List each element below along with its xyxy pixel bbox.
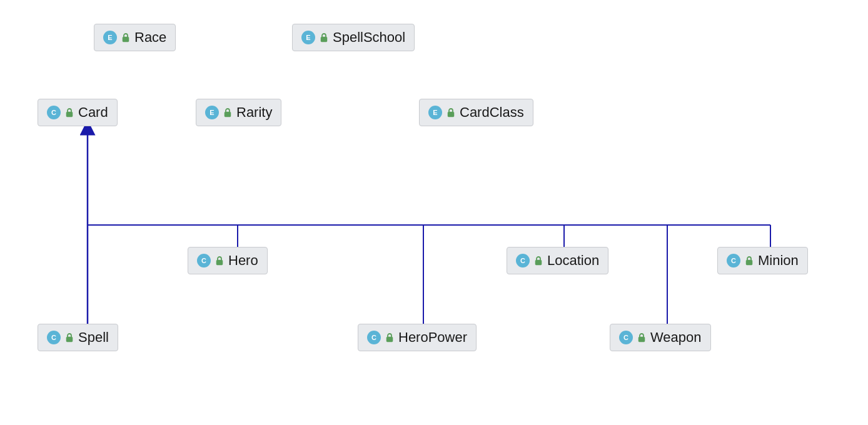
badge-location: C (516, 254, 530, 268)
badge-hero: C (197, 254, 211, 268)
node-weapon-label: Weapon (650, 329, 702, 346)
svg-rect-12 (225, 112, 231, 117)
svg-rect-19 (638, 337, 645, 342)
lock-icon-card (64, 108, 74, 118)
lock-icon-minion (744, 256, 754, 266)
lock-icon-location (533, 256, 543, 266)
svg-rect-17 (66, 337, 73, 342)
node-location-label: Location (547, 252, 599, 269)
svg-rect-9 (123, 37, 129, 42)
node-location[interactable]: C Location (507, 247, 608, 274)
node-card[interactable]: C Card (38, 99, 118, 126)
svg-rect-11 (66, 112, 73, 117)
node-hero[interactable]: C Hero (188, 247, 268, 274)
lock-icon-cardclass (446, 108, 456, 118)
node-minion-label: Minion (758, 252, 799, 269)
node-race[interactable]: E Race (94, 24, 176, 51)
badge-spell: C (47, 331, 61, 344)
node-spell-label: Spell (78, 329, 109, 346)
badge-rarity: E (205, 106, 219, 119)
node-weapon[interactable]: C Weapon (610, 324, 711, 351)
badge-spellschool: E (301, 31, 315, 44)
svg-rect-16 (746, 260, 752, 265)
badge-card: C (47, 106, 61, 119)
lock-icon-heropower (385, 332, 395, 342)
node-rarity-label: Rarity (236, 104, 272, 121)
node-cardclass[interactable]: E CardClass (419, 99, 533, 126)
svg-rect-15 (535, 260, 542, 265)
node-rarity[interactable]: E Rarity (196, 99, 281, 126)
lock-icon-rarity (223, 108, 233, 118)
node-race-label: Race (134, 29, 166, 46)
node-heropower[interactable]: C HeroPower (358, 324, 477, 351)
node-minion[interactable]: C Minion (717, 247, 808, 274)
svg-rect-18 (386, 337, 393, 342)
node-heropower-label: HeroPower (398, 329, 467, 346)
badge-heropower: C (367, 331, 381, 344)
svg-rect-10 (321, 37, 327, 42)
node-hero-label: Hero (228, 252, 258, 269)
lock-icon-race (121, 32, 131, 42)
lock-icon-spell (64, 332, 74, 342)
lock-icon-weapon (637, 332, 647, 342)
badge-cardclass: E (428, 106, 442, 119)
lock-icon-hero (214, 256, 225, 266)
arrows-svg (0, 0, 868, 425)
badge-race: E (103, 31, 117, 44)
node-spell[interactable]: C Spell (38, 324, 118, 351)
svg-rect-14 (216, 260, 223, 265)
node-spellschool[interactable]: E SpellSchool (292, 24, 415, 51)
badge-minion: C (727, 254, 740, 268)
badge-weapon: C (619, 331, 633, 344)
node-card-label: Card (78, 104, 108, 121)
node-spellschool-label: SpellSchool (333, 29, 405, 46)
node-cardclass-label: CardClass (460, 104, 524, 121)
diagram-container: E Race E SpellSchool C Card E Rarity (0, 0, 868, 425)
lock-icon-spellschool (319, 32, 329, 42)
svg-rect-13 (448, 112, 454, 117)
